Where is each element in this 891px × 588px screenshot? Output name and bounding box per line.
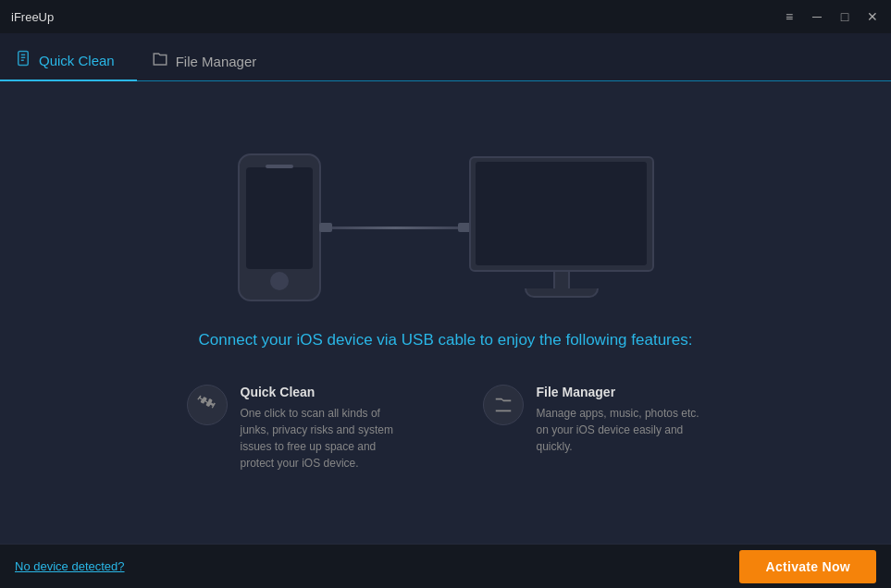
quick-clean-tab-icon bbox=[15, 50, 31, 70]
phone-device bbox=[238, 153, 321, 301]
illustration bbox=[238, 153, 654, 301]
file-manager-tab-label: File Manager bbox=[176, 54, 257, 69]
tab-quick-clean[interactable]: Quick Clean bbox=[0, 39, 137, 81]
titlebar: iFreeUp ≡ ─ □ ✕ bbox=[0, 0, 891, 33]
titlebar-left: iFreeUp bbox=[11, 10, 54, 24]
quick-clean-feature-text: Quick Clean One click to scan all kinds … bbox=[241, 385, 409, 472]
quick-clean-tab-label: Quick Clean bbox=[39, 53, 115, 68]
monitor-device bbox=[469, 156, 654, 300]
usb-cable bbox=[321, 214, 469, 241]
feature-file-manager: File Manager Manage apps, music, photos … bbox=[483, 385, 705, 455]
main-content: Connect your iOS device via USB cable to… bbox=[0, 81, 891, 544]
monitor-screen-outer bbox=[469, 156, 654, 272]
file-manager-feature-title: File Manager bbox=[537, 385, 705, 399]
quick-clean-feature-icon bbox=[197, 395, 217, 415]
titlebar-controls: ≡ ─ □ ✕ bbox=[782, 10, 880, 23]
feature-quick-clean: Quick Clean One click to scan all kinds … bbox=[187, 385, 409, 472]
quick-clean-feature-title: Quick Clean bbox=[241, 385, 409, 399]
monitor-base bbox=[525, 288, 599, 298]
monitor-stand bbox=[553, 272, 570, 288]
quick-clean-feature-desc: One click to scan all kinds of junks, pr… bbox=[241, 405, 409, 472]
file-manager-feature-desc: Manage apps, music, photos etc. on your … bbox=[537, 405, 705, 455]
monitor-screen-inner bbox=[476, 162, 647, 265]
footer: No device detected? Activate Now bbox=[0, 544, 891, 588]
features-section: Quick Clean One click to scan all kinds … bbox=[187, 385, 705, 472]
maximize-button[interactable]: □ bbox=[837, 10, 852, 23]
close-button[interactable]: ✕ bbox=[865, 10, 880, 23]
file-manager-feature-text: File Manager Manage apps, music, photos … bbox=[537, 385, 705, 455]
menu-button[interactable]: ≡ bbox=[782, 10, 797, 23]
minimize-button[interactable]: ─ bbox=[810, 10, 824, 23]
activate-now-button[interactable]: Activate Now bbox=[739, 550, 876, 583]
file-manager-feature-icon bbox=[493, 395, 514, 415]
tab-file-manager[interactable]: File Manager bbox=[137, 40, 279, 80]
no-device-link[interactable]: No device detected? bbox=[15, 559, 125, 573]
quick-clean-feature-icon-wrap bbox=[187, 385, 228, 425]
phone-screen bbox=[246, 167, 313, 269]
connect-text: Connect your iOS device via USB cable to… bbox=[199, 329, 693, 351]
file-manager-tab-icon bbox=[152, 51, 168, 71]
tabbar: Quick Clean File Manager bbox=[0, 33, 891, 81]
app-title: iFreeUp bbox=[11, 10, 54, 24]
file-manager-feature-icon-wrap bbox=[483, 385, 524, 425]
